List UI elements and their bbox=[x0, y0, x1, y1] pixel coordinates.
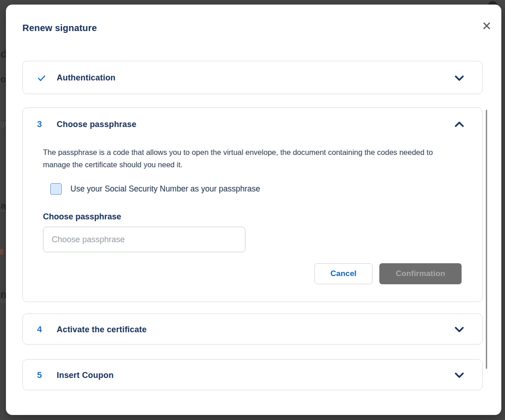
dialog-title: Renew signature bbox=[22, 23, 97, 33]
section-label: Insert Coupon bbox=[57, 371, 114, 380]
ssn-checkbox[interactable] bbox=[50, 183, 62, 195]
screen: d o gr a u na cc Renew signature ✕ Authe… bbox=[0, 0, 505, 420]
background-text-fragment: d bbox=[0, 48, 6, 60]
dimmed-background-left-strip: d o gr a u na cc bbox=[0, 0, 6, 420]
confirmation-button[interactable]: Confirmation bbox=[379, 263, 462, 284]
cancel-button[interactable]: Cancel bbox=[314, 263, 372, 284]
check-icon bbox=[37, 73, 46, 84]
background-text-fragment: cc bbox=[0, 297, 6, 304]
step-number: 4 bbox=[37, 324, 46, 335]
chevron-down-icon bbox=[454, 75, 464, 81]
background-text-fragment: u bbox=[1, 205, 5, 213]
section-label: Choose passphrase bbox=[57, 120, 136, 129]
step-number: 5 bbox=[37, 370, 46, 380]
passphrase-input[interactable] bbox=[43, 227, 245, 252]
chevron-down-icon bbox=[454, 326, 464, 333]
passphrase-field-label: Choose passphrase bbox=[43, 212, 121, 222]
background-text-fragment: gr bbox=[0, 120, 6, 128]
accordion-header-choose-passphrase[interactable]: 3 Choose passphrase bbox=[23, 108, 482, 141]
chevron-down-icon bbox=[454, 372, 464, 378]
accordion-header-authentication[interactable]: Authentication bbox=[23, 61, 482, 95]
section-label: Authentication bbox=[57, 73, 116, 83]
background-color-fragment bbox=[0, 249, 3, 255]
action-buttons: Cancel Confirmation bbox=[314, 263, 462, 284]
section-label: Activate the certificate bbox=[57, 325, 147, 335]
ssn-checkbox-row[interactable]: Use your Social Security Number as your … bbox=[50, 183, 260, 195]
accordion-section-choose-passphrase: 3 Choose passphrase The passphrase is a … bbox=[22, 107, 483, 302]
step-number: 3 bbox=[37, 119, 46, 129]
scrollbar[interactable] bbox=[486, 110, 487, 369]
background-text-fragment: o bbox=[0, 74, 6, 85]
close-icon[interactable]: ✕ bbox=[477, 16, 497, 36]
ssn-checkbox-label: Use your Social Security Number as your … bbox=[70, 184, 260, 194]
chevron-up-icon bbox=[454, 121, 464, 128]
renew-signature-dialog: Renew signature ✕ Authentication bbox=[6, 5, 501, 415]
accordion-header-insert-coupon[interactable]: 5 Insert Coupon bbox=[23, 360, 482, 391]
accordion-section-activate-certificate: 4 Activate the certificate bbox=[22, 314, 483, 345]
passphrase-description: The passphrase is a code that allows you… bbox=[43, 146, 445, 171]
accordion-section-authentication: Authentication bbox=[22, 61, 483, 94]
accordion-header-activate-certificate[interactable]: 4 Activate the certificate bbox=[23, 314, 482, 345]
accordion-section-insert-coupon: 5 Insert Coupon bbox=[22, 359, 483, 390]
